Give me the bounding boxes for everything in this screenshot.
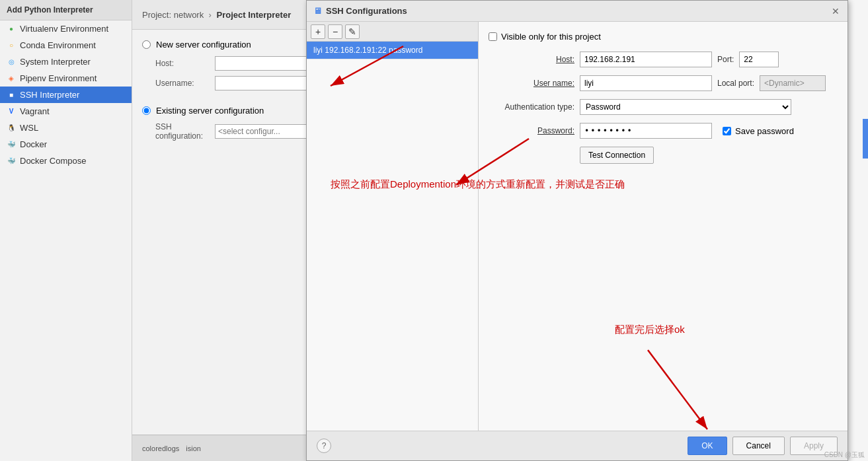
ssh-config-label: SSH configuration:	[155, 122, 215, 141]
pipenv-label: Pipenv Environment	[20, 73, 97, 83]
sidebar-item-conda[interactable]: ○ Conda Environment	[0, 37, 132, 53]
test-connection-button[interactable]: Test Connection	[580, 147, 654, 164]
virtualenv-icon: ●	[7, 24, 16, 34]
auth-type-select[interactable]: Password Key pair OpenSSH config and aut…	[580, 99, 791, 115]
dialog-title-text-label: SSH Configurations	[326, 6, 407, 16]
port-form-input[interactable]	[739, 52, 779, 67]
cancel-button[interactable]: Cancel	[732, 437, 785, 455]
close-button[interactable]: ✕	[830, 6, 841, 17]
ssh-icon: ■	[7, 90, 16, 100]
wsl-label: WSL	[20, 123, 38, 133]
auth-type-row: Authentication type: Password Key pair O…	[489, 99, 838, 115]
new-server-radio[interactable]	[142, 40, 151, 49]
vagrant-icon: V	[7, 107, 16, 116]
footer-left: ?	[317, 439, 331, 453]
existing-server-label: Existing server configuration	[156, 106, 264, 116]
docker-label: Docker	[20, 139, 47, 149]
breadcrumb: Project: network › Project Interpreter	[142, 10, 291, 20]
footer-right: OK Cancel Apply	[688, 437, 838, 455]
test-connection-row: Test Connection	[489, 147, 838, 164]
ssh-list-item[interactable]: liyi 192.168.2.191:22 password	[307, 42, 478, 59]
save-password-row: Save password	[723, 126, 794, 136]
username-form-input[interactable]	[580, 75, 712, 91]
panel-header: Add Python Interpreter	[0, 0, 132, 20]
sidebar-item-wsl[interactable]: 🐧 WSL	[0, 120, 132, 136]
pipenv-icon: ◈	[7, 74, 16, 83]
sidebar-item-pipenv[interactable]: ◈ Pipenv Environment	[0, 70, 132, 87]
visible-only-row: Visible only for this project	[489, 32, 838, 42]
conda-icon: ○	[7, 41, 16, 50]
vagrant-label: Vagrant	[20, 106, 50, 116]
port-section: Port:	[717, 52, 779, 67]
new-server-label: New server configuration	[156, 40, 251, 50]
interpreter-version-display: ision	[186, 444, 201, 452]
wsl-icon: 🐧	[7, 124, 16, 133]
sidebar-item-virtualenv[interactable]: ● Virtualenv Environment	[0, 20, 132, 37]
visible-only-checkbox[interactable]	[489, 32, 497, 41]
localport-form-input	[760, 75, 826, 91]
ssh-toolbar: + − ✎	[307, 22, 478, 42]
password-form-input[interactable]	[580, 123, 712, 139]
ssh-dialog: 🖥 SSH Configurations ✕ + − ✎ liyi 192.16…	[306, 0, 848, 461]
sidebar-item-vagrant[interactable]: V Vagrant	[0, 103, 132, 120]
sidebar-item-docker[interactable]: 🐳 Docker	[0, 136, 132, 153]
docker-compose-icon: 🐳	[7, 157, 16, 166]
dialog-title: 🖥 SSH Configurations	[313, 6, 407, 16]
save-password-checkbox[interactable]	[723, 127, 731, 135]
ssh-list-panel: + − ✎ liyi 192.168.2.191:22 password	[307, 22, 479, 431]
ssh-form-panel: Visible only for this project Host: Port…	[479, 22, 848, 431]
breadcrumb-interpreter: Project Interpreter	[217, 10, 292, 20]
save-password-label: Save password	[735, 126, 794, 136]
help-button[interactable]: ?	[317, 439, 331, 453]
docker-icon: 🐳	[7, 140, 16, 149]
breadcrumb-project: Project: network	[142, 10, 204, 20]
ok-button[interactable]: OK	[688, 437, 727, 455]
host-row: Host: Port:	[489, 52, 838, 67]
visible-only-label: Visible only for this project	[501, 32, 601, 42]
edit-ssh-button[interactable]: ✎	[345, 24, 360, 39]
auth-type-label: Authentication type:	[489, 102, 574, 112]
existing-server-radio[interactable]	[142, 106, 151, 115]
host-form-label: Host:	[489, 55, 574, 64]
sidebar-item-docker-compose[interactable]: 🐳 Docker Compose	[0, 153, 132, 169]
interpreter-path-display: coloredlogs	[142, 444, 179, 452]
dialog-footer: ? OK Cancel Apply	[307, 431, 848, 460]
password-row: Password: Save password	[489, 123, 838, 139]
system-label: System Interpreter	[20, 57, 91, 67]
username-form-label: User name:	[489, 79, 574, 88]
breadcrumb-arrow: ›	[209, 10, 214, 20]
dialog-body: + − ✎ liyi 192.168.2.191:22 password Vis…	[307, 22, 848, 431]
add-ssh-button[interactable]: +	[311, 24, 325, 39]
username-row: User name: Local port:	[489, 75, 838, 91]
left-panel: Add Python Interpreter ● Virtualenv Envi…	[0, 0, 132, 461]
sidebar-item-ssh[interactable]: ■ SSH Interpreter	[0, 87, 132, 103]
conda-label: Conda Environment	[20, 40, 96, 50]
host-field-label: Host:	[155, 59, 215, 68]
username-field-label: Username:	[155, 79, 215, 88]
port-form-label: Port:	[717, 55, 734, 64]
dialog-title-bar: 🖥 SSH Configurations ✕	[307, 1, 848, 22]
ssh-icon-title: 🖥	[313, 6, 322, 16]
remove-ssh-button[interactable]: −	[328, 24, 342, 39]
password-form-label: Password:	[489, 126, 574, 135]
localport-form-label: Local port:	[717, 79, 754, 88]
localport-section: Local port:	[717, 75, 826, 91]
system-icon: ◎	[7, 57, 16, 67]
watermark: CSDN @玉狐	[824, 450, 865, 460]
ssh-label: SSH Interpreter	[20, 90, 79, 100]
docker-compose-label: Docker Compose	[20, 156, 86, 166]
sidebar-item-system[interactable]: ◎ System Interpreter	[0, 53, 132, 70]
host-form-input[interactable]	[580, 52, 712, 67]
virtualenv-label: Virtualenv Environment	[20, 24, 108, 34]
